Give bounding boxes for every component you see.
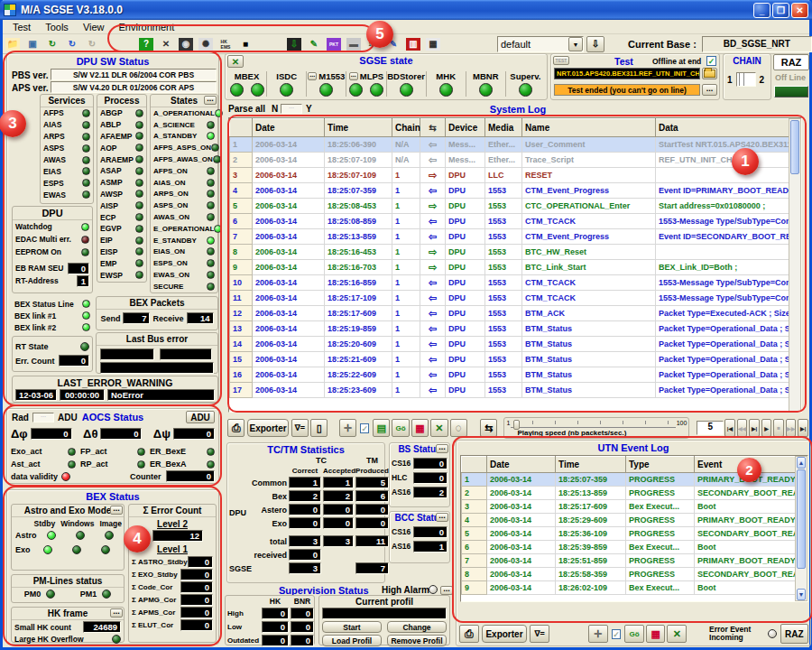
title-bar[interactable]: M/A SGSE V3.18.0.0 _ ❐ ✕ — [0, 0, 812, 20]
close-button[interactable]: ✕ — [791, 3, 808, 18]
sync-disabled-button[interactable]: ↻ — [83, 36, 101, 52]
change-button[interactable]: Change — [387, 621, 447, 633]
log-row-17[interactable]: 172006-03-1418:25:23-6091⇦DPU1553BTM_Sta… — [230, 383, 789, 398]
utn-row-4[interactable]: 42006-03-1418:25:29-609PROGRESSPRIMARY_B… — [462, 514, 796, 527]
col-header-dir[interactable]: ⇆ — [420, 119, 446, 137]
utn-row-5[interactable]: 52006-03-1418:25:36-109PROGRESSSECONDARY… — [462, 527, 796, 541]
chain-slider[interactable] — [736, 72, 756, 87]
system-log-scrollbar[interactable] — [789, 118, 801, 412]
utn-go-button[interactable]: Gö — [624, 625, 644, 643]
utn-scrollbar[interactable]: ▲ ▼ — [795, 456, 807, 601]
blackbox-button[interactable]: ■ — [236, 36, 254, 52]
log-row-15[interactable]: 152006-03-1418:25:21-6091⇦DPU1553BTM_Sta… — [230, 352, 789, 367]
utn-settings-button[interactable]: ✕ — [667, 625, 687, 643]
tools-button[interactable]: ✕ — [157, 36, 175, 52]
sgse-item-more-button[interactable]: ... — [349, 72, 358, 80]
utn-move-button[interactable]: ✛ — [588, 625, 608, 643]
utn-auto-checkbox[interactable]: ✓ — [612, 629, 622, 639]
menu-view[interactable]: View — [77, 21, 111, 33]
window-button[interactable]: ▣ — [23, 36, 42, 52]
log-row-1[interactable]: 12006-03-1418:25:06-390N/A⇦Mess...Ether.… — [230, 137, 789, 153]
log-row-8[interactable]: 82006-03-1418:25:16-4531⇨DPU1553BTC_HW_R… — [230, 245, 789, 260]
high-alarm-more-button[interactable]: ... — [440, 586, 453, 595]
col-header-Time[interactable]: Time — [325, 119, 392, 137]
col-header-Media[interactable]: Media — [485, 119, 522, 137]
utn-raz-button[interactable]: RAZ — [780, 624, 808, 644]
col-header-Chain[interactable]: Chain — [392, 119, 420, 137]
astro-exo-more-button[interactable]: ... — [110, 506, 123, 515]
sgse-item-more-button[interactable]: ... — [308, 72, 317, 80]
stop-button[interactable]: ■ — [773, 419, 784, 437]
log-row-16[interactable]: 162006-03-1418:25:22-6091⇦DPU1553BTM_Sta… — [230, 367, 789, 383]
clear-colors-button[interactable]: ▦ — [411, 419, 429, 437]
film-button[interactable]: ▥ — [404, 36, 422, 52]
sync-blue-button[interactable]: ↻ — [63, 36, 81, 52]
utn-row-3[interactable]: 32006-03-1418:25:17-609Bex Execut...Boot — [462, 500, 796, 514]
sync-green-button[interactable]: ↻ — [43, 36, 61, 52]
col-header-Date[interactable]: Date — [253, 119, 325, 137]
menu-environment[interactable]: Environment — [113, 21, 181, 33]
first-button[interactable]: |◀ — [724, 419, 735, 437]
settings-button[interactable]: ✕ — [430, 419, 448, 437]
utn-row-9[interactable]: 92006-03-1418:26:02-109Bex Execut...Boot — [462, 581, 796, 595]
delete-button[interactable]: ▯ — [310, 419, 328, 437]
signal-pen-button[interactable]: ✎ — [305, 36, 323, 52]
log-row-5[interactable]: 52006-03-1418:25:08-4531⇨DPU1553CTC_OPER… — [230, 199, 789, 214]
log-row-7[interactable]: 72006-03-1418:25:13-8591⇦DPU1553CTM_Even… — [230, 229, 789, 245]
print-button[interactable]: ⎙ — [227, 419, 245, 437]
log-row-14[interactable]: 142006-03-1418:25:20-6091⇦DPU1553BTM_Sta… — [230, 337, 789, 352]
last-button[interactable]: ▶| — [798, 419, 808, 437]
log-row-11[interactable]: 112006-03-1418:25:17-1091⇦DPU1553CTM_TCA… — [230, 291, 789, 306]
chip-button[interactable]: ▬ — [345, 36, 363, 52]
menu-test[interactable]: Test — [6, 21, 37, 33]
filter-button[interactable]: ∇= — [291, 419, 309, 437]
rew-button[interactable]: ◀◀ — [737, 419, 748, 437]
col-header-Device[interactable]: Device — [446, 119, 485, 137]
test-mini-button[interactable]: TEST — [553, 56, 569, 65]
col-header-num[interactable] — [230, 119, 253, 137]
ffwd-button[interactable]: ▶▶ — [786, 419, 797, 437]
log-row-10[interactable]: 102006-03-1418:25:16-8591⇦DPU1553CTM_TCA… — [230, 275, 789, 291]
load-profil-button[interactable]: Load Profil — [322, 635, 382, 646]
utn-col-Time[interactable]: Time — [556, 457, 626, 473]
auto-checkbox[interactable]: ✓ — [360, 423, 369, 433]
page-field[interactable]: 5 — [697, 421, 724, 435]
log-row-4[interactable]: 42006-03-1418:25:07-3591⇦DPU1553CTM_Even… — [230, 183, 789, 199]
log-row-12[interactable]: 122006-03-1418:25:17-6091⇦DPU1553BTM_ACK… — [230, 306, 789, 321]
camera-button[interactable]: ◉ — [177, 36, 195, 52]
utn-exporter-button[interactable]: Exporter — [482, 625, 528, 643]
minimize-button[interactable]: _ — [753, 3, 770, 18]
bcc-more-button[interactable]: ... — [436, 513, 448, 522]
pkt-button[interactable]: PKT — [325, 36, 343, 52]
utn-clear-button[interactable]: ▦ — [646, 625, 666, 643]
gear-button[interactable]: ✺ — [197, 36, 215, 52]
maximize-button[interactable]: ❐ — [772, 3, 789, 18]
raz-button[interactable]: RAZ — [773, 54, 809, 70]
log-row-9[interactable]: 92006-03-1418:25:16-7031⇨DPU1553BTC_Link… — [230, 260, 789, 275]
prev-mark-button[interactable]: ▶| — [749, 419, 760, 437]
remove-profil-button[interactable]: Remove Profil — [387, 635, 447, 646]
utn-row-8[interactable]: 82006-03-1418:25:58-359PROGRESSSECONDARY… — [462, 568, 796, 581]
play-button[interactable]: ▶ — [761, 419, 772, 437]
menu-tools[interactable]: Tools — [39, 21, 75, 33]
col-header-Name[interactable]: Name — [522, 119, 656, 137]
hk-frame-more-button[interactable]: ... — [110, 608, 123, 618]
preset-combobox[interactable]: default ▼ — [497, 36, 584, 52]
calculator-button[interactable]: ▦ — [424, 36, 442, 52]
log-row-13[interactable]: 132006-03-1418:25:19-8591⇦DPU1553BTM_Sta… — [230, 321, 789, 337]
states-more-button[interactable]: ... — [204, 96, 217, 105]
utn-col-Date[interactable]: Date — [487, 457, 556, 473]
scroll-up-icon[interactable]: ▲ — [797, 457, 806, 469]
move-button[interactable]: ✛ — [339, 419, 356, 437]
offline-at-end-checkbox[interactable]: ✓ — [706, 56, 716, 66]
scroll-down-icon[interactable]: ▼ — [797, 589, 806, 600]
utn-col-Type[interactable]: Type — [626, 457, 695, 473]
log-row-6[interactable]: 62006-03-1418:25:08-8591⇦DPU1553CTM_TCAC… — [230, 214, 789, 229]
utn-row-2[interactable]: 22006-03-1418:25:13-859PROGRESSSECONDARY… — [462, 487, 796, 500]
start-monitoring-button[interactable]: Start Monitoring — [322, 621, 382, 633]
col-header-Data[interactable]: Data — [656, 119, 789, 137]
utn-row-6[interactable]: 62006-03-1418:25:39-859Bex Execut...Boot — [462, 541, 796, 554]
adu-button[interactable]: ADU — [186, 411, 215, 423]
exporter-button[interactable]: Exporter — [247, 419, 288, 437]
hk-ems-button[interactable]: HK EMS — [217, 36, 235, 52]
